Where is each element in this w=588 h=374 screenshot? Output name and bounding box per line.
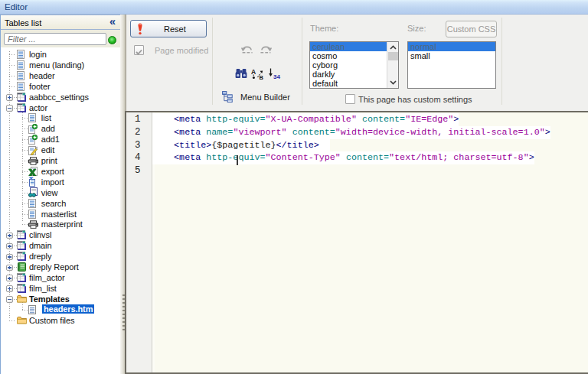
svg-text:34: 34 xyxy=(273,73,280,80)
svg-text:B: B xyxy=(260,74,264,80)
svg-text:A: A xyxy=(251,68,256,76)
